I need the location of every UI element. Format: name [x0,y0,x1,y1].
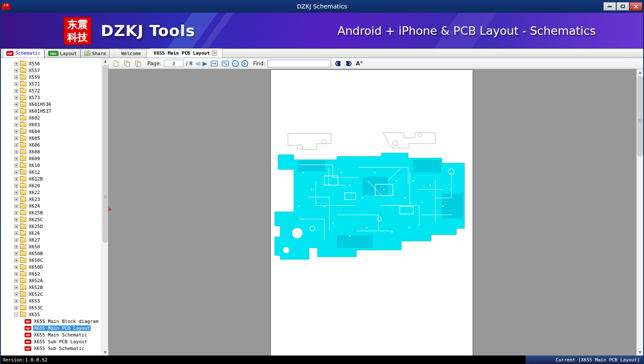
find-input[interactable] [268,60,331,67]
tree-expander-icon[interactable] [14,143,18,147]
scroll-up-icon[interactable]: ▲ [637,69,643,75]
tree-folder-row[interactable]: X601H537 [1,108,102,114]
tree-folder-row[interactable]: X622 [1,189,102,196]
tree-folder-row[interactable]: X652B [1,284,102,291]
tree-folder-row[interactable]: X601H536 [1,101,102,108]
tree-expander-icon[interactable] [14,123,18,127]
tree-expander-icon[interactable] [14,272,18,276]
tree-folder-row[interactable]: X571 [1,81,102,87]
tree-document-row[interactable]: PDF X655 Main Schematic [1,331,102,338]
tree-folder-row[interactable]: X573 [1,94,102,101]
tree-folder-row[interactable]: X604 [1,128,102,135]
tree-folder-row[interactable]: X623 [1,196,102,203]
tree-folder-row[interactable]: X655 [1,311,102,318]
tree-folder-row[interactable]: X612 [1,169,102,175]
tree-folder-row[interactable]: X603 [1,121,102,128]
tree-expander-icon[interactable] [14,225,18,228]
tree-folder-row[interactable]: X652C [1,291,102,297]
tree-expander-icon[interactable] [14,231,18,235]
tree-folder-row[interactable]: X625D [1,223,102,230]
tree-expander-icon[interactable] [14,292,18,296]
tab-layout[interactable]: PADS Layout [44,49,81,58]
zoom-out-icon[interactable]: − [232,60,239,67]
tree-folder-row[interactable]: X650B [1,250,102,257]
fit-width-icon[interactable] [210,59,218,68]
tab-share[interactable]: Share [80,49,110,58]
tree-expander-icon[interactable] [14,157,18,161]
tree-folder-row[interactable]: X624 [1,203,102,209]
tree-expander-icon[interactable] [14,75,18,79]
find-previous-icon[interactable] [334,59,342,68]
tree-expander-icon[interactable] [14,197,18,201]
tree-expander-icon[interactable] [14,204,18,208]
tree-folder-row[interactable]: X650C [1,257,102,264]
fit-page-icon[interactable] [221,59,229,68]
tree-expander-icon[interactable] [14,306,18,310]
next-page-icon[interactable]: ▶ [202,59,207,68]
tree-document-row[interactable]: PDF X655 Sub Schematic [1,345,102,352]
scroll-down-icon[interactable]: ▼ [102,349,108,356]
tree-document-row[interactable]: PDF X655 Sub PCB Layout [1,338,102,345]
tree-expander-icon[interactable] [14,245,18,249]
sidebar-scrollbar[interactable]: ▲ ▼ [102,58,108,356]
tree-folder-row[interactable]: X610 [1,162,102,169]
multi-page-icon[interactable] [134,59,142,68]
page-number-input[interactable] [164,60,183,67]
tree-expander-icon[interactable] [14,238,18,242]
tree-folder-row[interactable]: X559 [1,74,102,81]
copy-page-icon[interactable] [123,59,131,68]
tree-expander-icon[interactable] [14,96,18,100]
scroll-down-icon[interactable]: ▼ [637,349,643,356]
pdf-page[interactable] [271,70,473,356]
tree-folder-row[interactable]: X653 [1,297,102,304]
tree-expander-icon[interactable] [14,286,18,289]
tree-folder-row[interactable]: X609 [1,155,102,162]
tree-folder-row[interactable]: X557 [1,67,102,74]
tree-expander-icon[interactable] [14,279,18,283]
tree-folder-row[interactable]: X652A [1,277,102,284]
close-button[interactable]: × [630,2,642,11]
tree-expander-icon[interactable] [14,218,18,222]
sidebar-scrollbar-thumb[interactable] [102,65,108,243]
zoom-in-icon[interactable]: + [241,60,248,67]
tree-expander-icon[interactable] [14,150,18,154]
doc-tab-close-icon[interactable]: ✕ [212,50,217,56]
tree-folder-row[interactable]: X652 [1,270,102,277]
find-next-icon[interactable] [345,59,353,68]
tree-document-row[interactable]: PDF X655 Main Block diagram [1,318,102,325]
tree-folder-row[interactable]: X625B [1,209,102,216]
tree-folder-row[interactable]: X606 [1,142,102,148]
tree-expander-icon[interactable] [14,116,18,120]
tree-folder-row[interactable]: X627 [1,236,102,243]
tree-expander-icon[interactable] [14,136,18,140]
tree-expander-icon[interactable] [14,299,18,303]
viewer-scrollbar-thumb[interactable] [637,76,643,156]
tree-folder-row[interactable]: X602 [1,114,102,121]
tree-expander-icon[interactable] [14,164,18,167]
text-size-icon[interactable]: Aa [356,60,362,67]
tab-schematic[interactable]: PDF Schematic [3,48,44,58]
tree-expander-icon[interactable] [14,313,18,317]
tree-expander-icon[interactable] [14,82,18,86]
viewer-scrollbar[interactable]: ▲ ▼ [636,69,643,356]
tree-folder-row[interactable]: X572 [1,87,102,94]
tree-expander-icon[interactable] [14,177,18,181]
pdf-viewer[interactable]: ▲ ▼ [108,69,643,356]
tree-expander-icon[interactable] [14,184,18,188]
doc-tab-welcome[interactable]: Welcome [114,49,146,58]
tree-expander-icon[interactable] [14,89,18,93]
tree-expander-icon[interactable] [14,109,18,113]
tree-expander-icon[interactable] [14,170,18,174]
tree-folder-row[interactable]: X612B [1,175,102,182]
tree-expander-icon[interactable] [14,62,18,66]
tree-folder-row[interactable]: X650D [1,264,102,270]
single-page-icon[interactable] [112,59,120,68]
tree-expander-icon[interactable] [14,103,18,106]
tree-folder-row[interactable]: X608 [1,148,102,155]
splitter-collapse-icon[interactable] [109,207,112,211]
tree-expander-icon[interactable] [14,130,18,133]
previous-page-icon[interactable]: ◀ [195,59,200,68]
maximize-button[interactable] [616,2,629,11]
tree-folder-row[interactable]: X620 [1,182,102,189]
tree-folder-row[interactable]: X556 [1,60,102,67]
